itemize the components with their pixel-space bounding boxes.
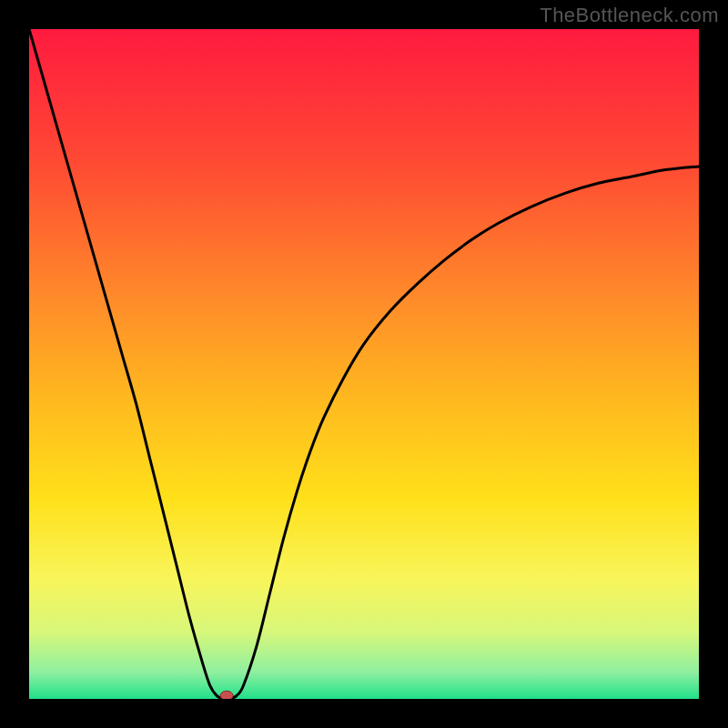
gradient-background [29, 29, 699, 699]
bottleneck-chart [29, 29, 699, 699]
watermark-text: TheBottleneck.com [540, 4, 719, 27]
plot-area [29, 29, 699, 699]
chart-frame: TheBottleneck.com [0, 0, 728, 728]
optimal-marker [220, 691, 233, 699]
